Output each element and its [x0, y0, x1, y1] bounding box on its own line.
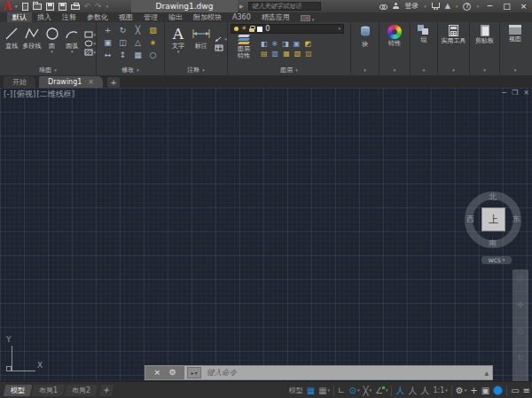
rectangle-button[interactable]: ▾ — [84, 31, 97, 38]
drawing-restore-icon[interactable]: ❒ — [512, 90, 518, 97]
text-dropdown-icon[interactable]: ▾ — [177, 50, 180, 54]
annotation-panel-title[interactable]: 注释▾ — [165, 65, 227, 75]
arc-dropdown-icon[interactable]: ▾ — [71, 50, 74, 54]
scale-icon[interactable]: ↕ — [115, 49, 130, 61]
performance-recorder-icon[interactable] — [301, 15, 310, 21]
new-drawing-tab-button[interactable]: + — [107, 77, 120, 88]
layout-tab-layout2[interactable]: 布局2 — [65, 385, 98, 396]
viewport-menu-control[interactable]: [-] — [4, 90, 12, 98]
layer-thaw-all-icon[interactable]: ▥ — [272, 51, 279, 58]
close-button[interactable]: × — [515, 0, 532, 12]
rotate-icon[interactable]: ↻ — [115, 24, 130, 36]
model-space-toggle[interactable]: 模型 — [289, 387, 303, 394]
dimension-button[interactable]: 标注 — [189, 22, 214, 65]
tab-a360[interactable]: A360 — [227, 12, 256, 22]
mirror-icon[interactable]: ◫ — [115, 36, 130, 49]
tab-annotate[interactable]: 注释 — [57, 12, 82, 22]
orbit-icon[interactable]: ↻ — [517, 354, 524, 363]
tab-view[interactable]: 视图 — [113, 12, 138, 22]
table-button[interactable] — [215, 44, 227, 51]
polyline-button[interactable]: 多段线 — [22, 22, 43, 65]
layer-select-dropdown-icon[interactable]: ▾ — [338, 27, 340, 31]
group-panel-dropdown-icon[interactable]: ▾ — [423, 68, 426, 73]
save-as-icon[interactable] — [59, 3, 66, 11]
layer-thaw-icon[interactable]: ☀ — [241, 26, 246, 32]
layer-properties-button[interactable]: 图层 特性 — [231, 34, 257, 65]
copy-icon[interactable]: ▣ — [100, 36, 115, 49]
search-input[interactable]: 键入关键字或短语 — [248, 2, 321, 11]
isodraft-icon[interactable]: ⊙▾ — [349, 386, 360, 395]
leader-dropdown-icon[interactable]: ▾ — [224, 37, 227, 42]
command-close-icon[interactable]: × — [153, 369, 160, 377]
steering-wheel-icon[interactable]: ◎ — [517, 274, 525, 283]
panel-properties[interactable]: 特性 ▾ — [379, 22, 411, 75]
file-tab-start[interactable]: 开始 — [4, 76, 35, 88]
viewport-view-control[interactable]: [俯视] — [13, 90, 35, 98]
layer-prev-icon[interactable]: ◩ — [304, 41, 311, 48]
layer-color-swatch[interactable] — [257, 27, 262, 32]
grid-display-icon[interactable]: ▦▾ — [318, 386, 330, 395]
hatch-dropdown-icon[interactable]: ▾ — [94, 51, 97, 55]
annotation-scale-icon[interactable]: 人 — [420, 386, 429, 395]
draw-panel-title[interactable]: 绘图▾ — [0, 65, 96, 75]
help-icon[interactable]: ? — [463, 3, 471, 11]
layer-freeze-icon[interactable]: ❄ — [272, 41, 278, 48]
qat-customize-icon[interactable]: ▾ — [106, 4, 109, 9]
layer-unisolate-icon[interactable]: ▤ — [261, 51, 268, 58]
search-icon[interactable] — [379, 4, 387, 9]
drawing-close-icon[interactable]: × — [523, 90, 529, 97]
panel-clipboard[interactable]: 剪贴板 ▾ — [470, 22, 500, 75]
exchange-store-icon[interactable] — [432, 3, 440, 8]
app-menu-dropdown-icon[interactable]: ▾ — [15, 4, 18, 9]
zoom-icon[interactable]: ⊙ — [517, 327, 524, 336]
open-file-icon[interactable] — [33, 4, 42, 10]
signin-label[interactable]: 登录 — [404, 3, 419, 10]
drawing-canvas[interactable]: [-] [俯视] [二维线框] ─ ❒ × 北 南 西 东 上 WCS ▾ ◎ … — [0, 88, 532, 381]
line-button[interactable]: 直线 — [2, 22, 22, 65]
erase-icon[interactable]: ▨ — [145, 24, 160, 36]
drawing-minimize-icon[interactable]: ─ — [502, 90, 506, 97]
new-file-icon[interactable] — [22, 3, 28, 11]
annotation-autoscale-icon[interactable]: 人 — [408, 386, 417, 395]
array-icon[interactable]: ▦ — [130, 49, 145, 61]
tab-manage[interactable]: 管理 — [138, 12, 163, 22]
plot-icon[interactable] — [71, 4, 80, 10]
move-icon[interactable]: + — [100, 24, 115, 36]
title-expand-icon[interactable]: ▶ — [239, 4, 244, 9]
undo-icon[interactable]: ↶ — [84, 3, 91, 11]
file-tab-drawing1[interactable]: Drawing1 × — [39, 76, 103, 88]
tab-featured-apps[interactable]: 精选应用 — [256, 12, 295, 22]
command-customize-wrench-icon[interactable]: ⚙ — [168, 369, 176, 377]
layer-on-icon[interactable] — [234, 27, 239, 31]
tab-output[interactable]: 输出 — [163, 12, 188, 22]
layer-isolate-icon[interactable]: ◧ — [261, 41, 268, 48]
panel-block[interactable]: 块 ▾ — [351, 22, 379, 75]
layer-on-all-icon[interactable]: ▦ — [283, 51, 290, 58]
modify-panel-title[interactable]: 修改▾ — [97, 65, 164, 75]
stretch-icon[interactable]: ↔ — [100, 49, 115, 61]
arc-button[interactable]: 圆弧 ▾ — [62, 22, 82, 65]
compass-west[interactable]: 西 — [466, 215, 474, 223]
command-input[interactable]: 键入命令 — [201, 369, 484, 377]
viewcube-top-face[interactable]: 上 — [481, 207, 505, 231]
layout-tab-model[interactable]: 模型 — [4, 385, 33, 396]
explode-icon[interactable]: ∗ — [145, 36, 160, 49]
layer-lock-icon[interactable] — [249, 28, 254, 32]
properties-panel-dropdown-icon[interactable]: ▾ — [394, 68, 396, 73]
viewport-visual-style-control[interactable]: [二维线框] — [36, 90, 74, 98]
layout-tab-layout1[interactable]: 布局1 — [32, 385, 66, 396]
layer-match-icon[interactable]: ▣ — [293, 41, 301, 48]
command-history-icon[interactable]: ▲ — [484, 371, 492, 376]
layer-select[interactable]: ☀ 0 ▾ — [231, 24, 344, 34]
minimize-button[interactable]: ─ — [481, 0, 498, 12]
app-menu-button[interactable]: A — [0, 1, 15, 12]
annotation-scale-value[interactable]: 1:1▾ — [433, 387, 447, 394]
a360-icon[interactable]: ▲ — [445, 3, 450, 10]
block-panel-dropdown-icon[interactable]: ▾ — [364, 68, 366, 73]
isolate-objects-icon[interactable]: ▣ — [481, 386, 489, 395]
tab-insert[interactable]: 插入 — [32, 12, 57, 22]
graphics-performance-icon[interactable] — [493, 386, 503, 395]
utilities-panel-dropdown-icon[interactable]: ▾ — [452, 68, 455, 73]
hatch-button[interactable]: ▾ — [84, 49, 97, 56]
rectangle-dropdown-icon[interactable]: ▾ — [94, 33, 97, 37]
